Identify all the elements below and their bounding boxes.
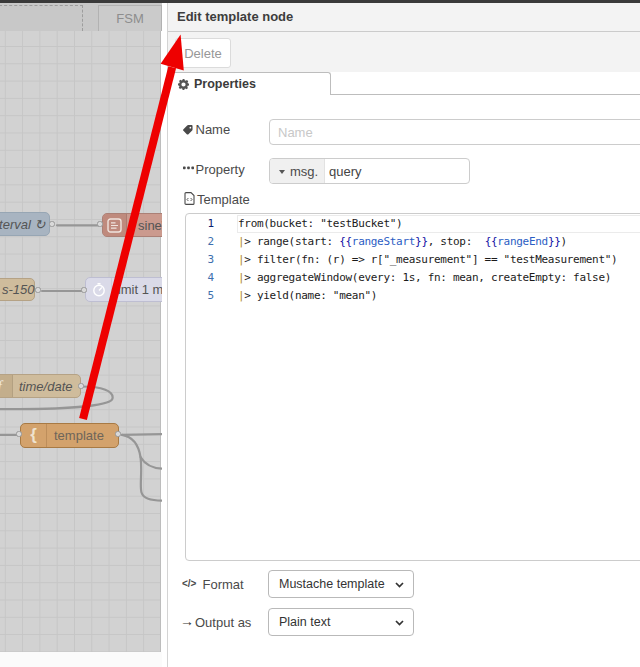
code-line-1: 1from(bucket: "testBucket") bbox=[186, 215, 640, 233]
format-label: Format bbox=[203, 577, 244, 592]
workspace-hscrollbar-track[interactable] bbox=[0, 652, 162, 667]
ellipsis-icon bbox=[183, 166, 194, 170]
dialog-toolbar: Delete bbox=[168, 32, 640, 72]
port-limit-in[interactable] bbox=[81, 287, 87, 293]
line-number: 1 bbox=[186, 215, 238, 233]
port-template-in[interactable] bbox=[16, 431, 22, 437]
code-text: |> yield(name: "mean") bbox=[238, 287, 377, 305]
template-code-editor[interactable]: 1from(bucket: "testBucket")2|> range(sta… bbox=[185, 213, 640, 561]
tag-icon bbox=[183, 125, 193, 135]
output-as-label: Output as bbox=[195, 615, 251, 630]
output-as-select-value: Plain text bbox=[279, 615, 330, 629]
wire-template-out-straight[interactable] bbox=[122, 434, 162, 435]
format-select[interactable]: Mustache template bbox=[268, 570, 414, 598]
chevron-down-icon bbox=[395, 620, 404, 626]
typed-input-type-button[interactable]: msg. bbox=[270, 159, 325, 183]
port-interval-out[interactable] bbox=[49, 221, 55, 227]
sinewave-icon bbox=[103, 214, 127, 236]
dialog-tab-row: Properties bbox=[168, 72, 640, 95]
node-s150[interactable]: s-150 bbox=[0, 278, 35, 301]
template-brace-icon: { bbox=[21, 424, 47, 447]
node-limit[interactable]: limit 1 ms bbox=[85, 277, 162, 302]
function-icon: f bbox=[0, 375, 13, 397]
app-header-edge bbox=[0, 0, 640, 3]
node-sinewave[interactable]: sineWave bbox=[102, 213, 162, 237]
dialog-title: Edit template node bbox=[168, 0, 640, 32]
typed-input-value[interactable]: query bbox=[325, 164, 362, 179]
code-line-5: 5|> yield(name: "mean") bbox=[186, 287, 640, 305]
line-number: 3 bbox=[186, 251, 238, 269]
arrow-right-icon: → bbox=[180, 613, 194, 629]
code-brackets-icon: </> bbox=[182, 576, 196, 589]
tab-properties[interactable]: Properties bbox=[168, 72, 331, 95]
wire-template-out-branch[interactable] bbox=[141, 457, 163, 469]
output-as-select[interactable]: Plain text bbox=[268, 608, 414, 636]
port-timedate-out[interactable] bbox=[78, 383, 84, 389]
code-text: from(bucket: "testBucket") bbox=[238, 215, 402, 233]
format-select-value: Mustache template bbox=[279, 577, 385, 591]
port-template-out[interactable] bbox=[115, 431, 121, 437]
code-line-3: 3|> filter(fn: (r) => r["_measurement"] … bbox=[186, 251, 640, 269]
edit-template-dialog: Edit template node Delete Properties Nam… bbox=[167, 0, 640, 667]
line-number: 2 bbox=[186, 233, 238, 251]
name-input[interactable] bbox=[269, 119, 640, 145]
editor-lines: 1from(bucket: "testBucket")2|> range(sta… bbox=[186, 215, 640, 305]
gear-icon bbox=[178, 79, 189, 90]
template-label: Template bbox=[197, 192, 250, 207]
chevron-down-icon bbox=[395, 582, 404, 588]
timer-icon bbox=[86, 278, 112, 301]
node-timedate[interactable]: f time/date bbox=[0, 374, 81, 398]
code-line-4: 4|> aggregateWindow(every: 1s, fn: mean,… bbox=[186, 269, 640, 287]
typed-input-prefix: msg. bbox=[290, 164, 318, 179]
tab-properties-label: Properties bbox=[194, 77, 256, 91]
delete-button[interactable]: Delete bbox=[175, 38, 231, 68]
name-label: Name bbox=[196, 122, 231, 137]
port-sinewave-in[interactable] bbox=[97, 221, 103, 227]
file-code-icon bbox=[184, 192, 195, 205]
code-text: |> filter(fn: (r) => r["_measurement"] =… bbox=[238, 251, 617, 269]
flow-wires bbox=[0, 0, 162, 667]
node-template[interactable]: { template bbox=[20, 423, 119, 448]
code-line-2: 2|> range(start: {{rangeStart}}, stop: {… bbox=[186, 233, 640, 251]
flow-workspace: FSM interval ↻ sineWave s-150 bbox=[0, 0, 162, 667]
code-text: |> aggregateWindow(every: 1s, fn: mean, … bbox=[238, 269, 611, 287]
port-s150-out[interactable] bbox=[35, 287, 41, 293]
line-number: 4 bbox=[186, 269, 238, 287]
code-text: |> range(start: {{rangeStart}}, stop: {{… bbox=[238, 233, 567, 251]
caret-down-icon bbox=[279, 170, 285, 174]
node-interval[interactable]: interval ↻ bbox=[0, 212, 50, 236]
tab-row-border bbox=[331, 94, 640, 95]
property-typed-input[interactable]: msg. query bbox=[269, 158, 470, 184]
line-number: 5 bbox=[186, 287, 238, 305]
property-label: Property bbox=[196, 162, 245, 177]
